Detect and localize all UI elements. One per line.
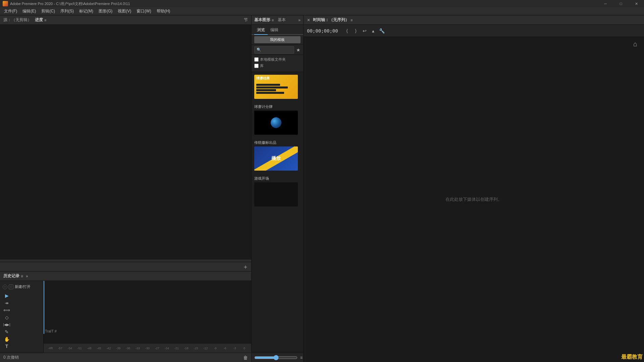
play-text: 播放 xyxy=(271,156,281,162)
template-item-qsjg[interactable]: 球赛结果 xyxy=(254,75,301,99)
filter-library-row: 库 xyxy=(254,63,301,68)
history-timeline: TraIT # -#R -57 -54 -51 -48 -45 -42 -39 xyxy=(44,281,251,353)
bar3 xyxy=(256,89,276,91)
history-expand-icon[interactable]: » xyxy=(26,274,28,279)
ripple-edit-tool[interactable]: ⟺ xyxy=(3,307,11,314)
eg-menu-icon[interactable]: ≡ xyxy=(272,18,274,22)
ruler-mark: -3 xyxy=(230,347,239,350)
eg-content[interactable]: 球赛结果 球赛计分牌 传统徽标 xyxy=(252,72,303,353)
essential-graphics-panel: 基本图形 ≡ 基本 » 浏览 编辑 我的模板 🔍 ★ 本地模板文件夹 xyxy=(252,15,304,362)
timeline-close[interactable]: ✕ xyxy=(307,18,310,22)
eg-title: 基本图形 xyxy=(254,17,270,23)
ruler-ticks-container: -#R -57 -54 -51 -48 -45 -42 -39 -36 -33 … xyxy=(45,344,250,353)
pen-tool[interactable]: ✎ xyxy=(3,328,11,335)
trait-label: TraIT # xyxy=(44,328,58,334)
panel-icon: 节 xyxy=(244,17,248,23)
timeline-ruler: -#R -57 -54 -51 -48 -45 -42 -39 -36 -33 … xyxy=(44,343,251,353)
ruler-mark: -39 xyxy=(113,347,123,350)
thumb-ctbcp: 播放 xyxy=(254,146,298,171)
menu-window[interactable]: 窗口(W) xyxy=(134,8,154,15)
filter-local-checkbox[interactable] xyxy=(254,57,259,62)
razor-tool[interactable]: ◇ xyxy=(3,314,11,321)
bar4 xyxy=(256,92,284,94)
globe-icon xyxy=(271,117,281,128)
search-input[interactable] xyxy=(261,48,288,52)
menu-edit[interactable]: 编辑(E) xyxy=(20,8,39,15)
wrench-icon[interactable]: 🔧 xyxy=(378,27,386,35)
library-value xyxy=(265,63,272,68)
thumb-yx xyxy=(254,182,298,206)
history-item-bar: 0 次撤销 🗑 xyxy=(0,353,251,362)
close-button[interactable]: ✕ xyxy=(629,0,644,7)
left-panel: 源：（无剪辑） 进度 ≡ 节 ＋ 历史记录 ≡ » ○ xyxy=(0,15,252,362)
template-name-ctbcp: 传统徽标出品 xyxy=(254,140,301,145)
history-header: 历史记录 ≡ » xyxy=(0,272,251,281)
state-icon-2: □ xyxy=(9,285,13,289)
menu-clip[interactable]: 剪辑(C) xyxy=(39,8,58,15)
trash-icon[interactable]: 🗑 xyxy=(243,355,248,360)
eg-tabs: 浏览 编辑 xyxy=(252,25,303,35)
source-header: 源：（无剪辑） 进度 ≡ 节 xyxy=(0,15,251,25)
thumb-qsjg: 球赛结果 xyxy=(254,75,298,99)
timeline-panel: ✕ 时间轴：（无序列） ≡ 00;00;00;00 ⟨ ⟩ ↩ ▴ 🔧 在此处放… xyxy=(304,15,644,362)
menu-file[interactable]: 文件(F) xyxy=(1,8,20,15)
ruler-mark: -15 xyxy=(191,347,201,350)
timeline-menu-icon[interactable]: ≡ xyxy=(351,18,353,22)
bar1 xyxy=(256,84,280,86)
text-tool[interactable]: T xyxy=(3,343,11,350)
selection-tool[interactable]: ▶ xyxy=(3,293,11,299)
tab-browse[interactable]: 浏览 xyxy=(254,26,268,35)
ruler-mark: -48 xyxy=(85,347,94,350)
menu-marker[interactable]: 标记(M) xyxy=(76,8,96,15)
maximize-button[interactable]: □ xyxy=(613,0,629,7)
tab-edit[interactable]: 编辑 xyxy=(268,26,281,35)
my-templates-btn[interactable]: 我的模板 xyxy=(254,36,301,43)
bar2 xyxy=(256,86,288,88)
menu-sequence[interactable]: 序列(S) xyxy=(58,8,76,15)
ruler-mark: -27 xyxy=(152,347,162,350)
mark-in-icon[interactable]: ⟨ xyxy=(343,27,351,35)
template-item-yx[interactable]: 游戏开场 xyxy=(254,176,301,206)
template-name-yx: 游戏开场 xyxy=(254,176,301,181)
template-item-ctbcp[interactable]: 传统徽标出品 播放 xyxy=(254,140,301,171)
template-item-qsfp[interactable]: 球赛计分牌 xyxy=(254,104,301,135)
minimize-button[interactable]: ─ xyxy=(598,0,613,7)
zoom-slider[interactable] xyxy=(254,355,298,360)
star-icon[interactable]: ★ xyxy=(296,47,301,53)
ruler-mark: -30 xyxy=(143,347,152,350)
filter-library-checkbox[interactable] xyxy=(254,64,259,68)
source-scrollbar[interactable] xyxy=(0,259,251,262)
source-menu-icon[interactable]: ≡ xyxy=(44,18,46,22)
search-icon: 🔍 xyxy=(257,48,261,52)
ruler-mark: -21 xyxy=(172,347,181,350)
eg-search: 🔍 ★ xyxy=(252,45,303,55)
history-state-icons: ○ □ 新建/打开 xyxy=(0,284,43,290)
main-layout: 源：（无剪辑） 进度 ≡ 节 ＋ 历史记录 ≡ » ○ xyxy=(0,15,644,362)
ruler-mark: -42 xyxy=(104,347,113,350)
ruler-mark: -45 xyxy=(94,347,104,350)
eg-expand-icon[interactable]: » xyxy=(298,18,301,22)
mark-out-icon[interactable]: ⟩ xyxy=(352,27,360,35)
template-name-qsfp: 球赛计分牌 xyxy=(254,104,301,109)
eg-list-icon[interactable]: ≡ xyxy=(300,355,303,360)
hand-tool[interactable]: ✋ xyxy=(3,336,11,343)
new-open-label: 新建/打开 xyxy=(15,284,31,289)
source-panel: 源：（无剪辑） 进度 ≡ 节 ＋ xyxy=(0,15,251,272)
template-thumbnail-yx xyxy=(254,182,298,206)
timeline-playhead xyxy=(44,281,44,334)
add-button[interactable]: ＋ xyxy=(243,263,249,271)
timeline-header: ✕ 时间轴：（无序列） ≡ xyxy=(304,15,644,25)
slip-tool[interactable]: |◀▶| xyxy=(3,321,11,328)
lift-icon[interactable]: ▴ xyxy=(370,27,377,35)
window-controls: ─ □ ✕ xyxy=(598,0,644,7)
track-select-tool[interactable]: ↠ xyxy=(3,300,11,306)
eg-bottom-bar: ≡ xyxy=(252,353,303,362)
history-menu-icon[interactable]: ≡ xyxy=(21,274,23,279)
menu-view[interactable]: 视图(V) xyxy=(115,8,134,15)
go-to-in-icon[interactable]: ↩ xyxy=(361,27,368,35)
title-bar: Adobe Premiere Pro 2020 - C:\用户\pcl\文档\A… xyxy=(0,0,644,7)
home-button[interactable]: ⌂ xyxy=(633,40,637,48)
menu-graphics[interactable]: 图形(G) xyxy=(96,8,115,15)
history-tools: ○ □ 新建/打开 ▶ ↠ ⟺ ◇ |◀▶| ✎ ✋ T xyxy=(0,281,44,353)
menu-help[interactable]: 帮助(H) xyxy=(154,8,173,15)
